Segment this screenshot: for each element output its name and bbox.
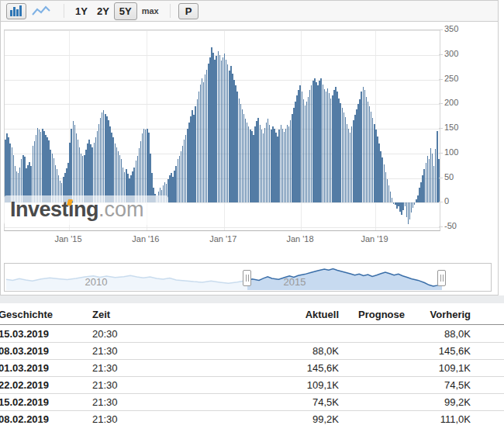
chart-toolbar: 1Y 2Y 5Y max P	[1, 1, 498, 22]
cell-forecast	[339, 326, 405, 342]
column-header-prognose: Prognose	[339, 305, 405, 324]
cell-forecast	[339, 394, 405, 410]
cell-date: 15.02.2019	[0, 394, 92, 410]
cell-spacer	[471, 360, 504, 376]
y-axis-tick	[439, 103, 443, 104]
cell-date: 08.02.2019	[0, 411, 92, 427]
cell-time: 21:30	[92, 411, 179, 427]
x-axis-tick-label: Jan '16	[124, 234, 167, 244]
y-axis-tick-label: 250	[444, 74, 475, 83]
y-axis-tick-label: 0	[444, 196, 475, 206]
column-header-geschichte: Geschichte	[0, 305, 92, 324]
cell-previous: 109,1K	[405, 360, 471, 376]
cell-spacer	[471, 343, 504, 359]
cell-time: 21:30	[92, 360, 179, 376]
table-row: 15.03.201920:3088,0K	[0, 326, 504, 343]
y-axis-tick	[439, 226, 443, 227]
cell-date: 22.02.2019	[0, 377, 92, 393]
line-chart-icon	[32, 5, 50, 17]
navigator-area-chart	[6, 264, 247, 290]
navigator-right-handle[interactable]	[437, 270, 446, 286]
section-divider-band	[0, 295, 504, 303]
cell-spacer	[179, 411, 261, 427]
cell-time: 21:30	[92, 343, 179, 359]
watermark-brand-text: Investing	[10, 198, 98, 221]
column-header-aktuell: Aktuell	[261, 305, 339, 324]
y-axis-tick	[439, 79, 443, 80]
cell-spacer	[179, 343, 261, 359]
x-axis-tick-label: Jan '17	[202, 234, 245, 244]
history-table-body: 15.03.201920:3088,0K08.03.201921:3088,0K…	[0, 326, 504, 427]
y-axis-tick-label: 150	[444, 123, 475, 132]
settings-button[interactable]: P	[178, 3, 199, 19]
investing-chart-page: 1Y 2Y 5Y max P 350300250200150100500-50 …	[0, 0, 504, 432]
cell-forecast	[339, 343, 405, 359]
y-axis-tick-label: 100	[444, 147, 475, 157]
cell-time: 21:30	[92, 377, 179, 393]
cell-actual: 145,6K	[261, 360, 339, 376]
value-gridline	[5, 30, 440, 31]
value-gridline	[5, 55, 440, 56]
cell-date: 01.03.2019	[0, 360, 92, 376]
range-button-2y[interactable]: 2Y	[92, 3, 114, 19]
cell-actual: 88,0K	[261, 343, 339, 359]
navigator-series	[6, 264, 442, 290]
cell-forecast	[339, 411, 405, 427]
y-axis-tick-label: -50	[444, 221, 475, 230]
cell-previous: 145,6K	[405, 343, 471, 359]
y-axis-tick	[439, 202, 443, 202]
navigator-left-handle[interactable]	[243, 270, 251, 286]
cell-actual: 99,2K	[261, 411, 339, 427]
value-gridline	[5, 227, 440, 228]
range-button-max[interactable]: max	[137, 4, 164, 18]
cell-actual: 74,5K	[261, 394, 339, 410]
range-button-5y[interactable]: 5Y	[114, 2, 137, 20]
x-axis-tick-label: Jan '18	[278, 234, 322, 244]
cell-previous: 111,0K	[405, 411, 471, 427]
data-bar	[438, 159, 439, 202]
y-axis-tick-label: 350	[444, 24, 475, 33]
cell-spacer	[471, 377, 504, 393]
cell-time: 21:30	[92, 394, 179, 410]
y-axis-tick	[439, 178, 443, 178]
toolbar-separator	[170, 4, 171, 18]
y-axis-tick	[439, 153, 443, 154]
cell-previous: 74,5K	[405, 377, 471, 393]
cell-actual: 109,1K	[261, 377, 339, 393]
table-row: 22.02.201921:30109,1K74,5K	[0, 377, 504, 394]
cell-actual	[261, 326, 339, 342]
y-axis-tick-label: 300	[444, 49, 475, 58]
line-chart-type-button[interactable]	[31, 3, 51, 19]
column-header-zeit: Zeit	[92, 305, 179, 324]
y-axis-tick	[439, 29, 443, 30]
cell-spacer	[471, 326, 504, 342]
table-row: 01.03.201921:30145,6K109,1K	[0, 360, 504, 377]
y-axis-tick	[439, 128, 443, 129]
cell-forecast	[339, 360, 405, 376]
cell-date: 08.03.2019	[0, 343, 92, 359]
investing-watermark: Investing.com	[4, 195, 168, 225]
cell-previous: 88,0K	[405, 326, 471, 342]
cell-spacer	[179, 394, 261, 410]
y-axis-tick-label: 50	[444, 172, 475, 181]
cell-spacer	[179, 326, 261, 342]
table-row: 08.03.201921:3088,0K145,6K	[0, 343, 504, 360]
table-row: 15.02.201921:3074,5K99,2K	[0, 394, 504, 411]
watermark-suffix-text: .com	[98, 198, 144, 221]
data-bar	[414, 202, 415, 205]
toolbar-separator	[64, 4, 64, 18]
range-button-1y[interactable]: 1Y	[71, 3, 92, 19]
cell-spacer	[179, 360, 261, 376]
table-header: Geschichte Zeit Aktuell Prognose Vorheri…	[0, 305, 504, 325]
cell-date: 15.03.2019	[0, 326, 92, 342]
y-axis-tick	[439, 54, 443, 55]
cell-spacer	[179, 377, 261, 393]
x-axis-tick-label: Jan '19	[353, 234, 396, 244]
cell-spacer	[471, 411, 504, 427]
column-header-vorherig: Vorherig	[405, 305, 471, 324]
cell-time: 20:30	[92, 326, 179, 342]
cell-forecast	[339, 377, 405, 393]
x-axis-tick-label: Jan '15	[47, 234, 90, 244]
cell-previous: 99,2K	[405, 394, 471, 410]
bar-chart-type-button[interactable]	[6, 3, 26, 19]
